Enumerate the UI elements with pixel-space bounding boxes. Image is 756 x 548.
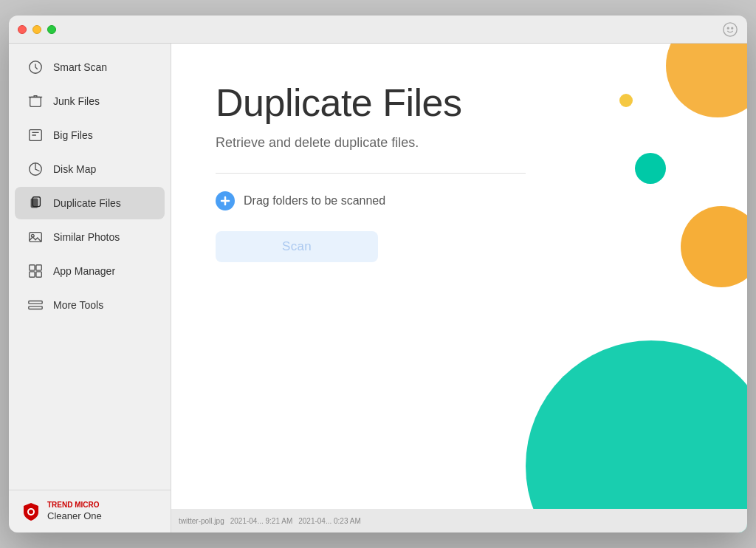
- main-inner: Duplicate Files Retrieve and delete dupl…: [171, 44, 747, 299]
- app-header-icon: [722, 21, 738, 38]
- sidebar-item-duplicate-files[interactable]: Duplicate Files: [15, 187, 165, 219]
- disk-map-icon: [27, 160, 44, 178]
- minimize-button[interactable]: [32, 25, 41, 34]
- sidebar-item-app-manager[interactable]: App Manager: [15, 255, 165, 287]
- scan-button[interactable]: Scan: [216, 231, 378, 262]
- sidebar-item-big-files[interactable]: Big Files: [15, 119, 165, 151]
- brand-logo: TREND MICRO Cleaner One: [21, 501, 102, 522]
- sidebar-item-disk-map[interactable]: Disk Map: [15, 153, 165, 185]
- taskbar-hint: twitter-poll.jpg 2021-04... 9:21 AM 2021…: [171, 509, 747, 532]
- page-subtitle: Retrieve and delete duplicate files.: [216, 135, 703, 151]
- sidebar-item-label: App Manager: [53, 265, 115, 277]
- page-title: Duplicate Files: [216, 81, 703, 125]
- add-folder-button[interactable]: [216, 191, 235, 210]
- sidebar-footer: TREND MICRO Cleaner One: [9, 490, 171, 532]
- sidebar-item-label: More Tools: [53, 299, 103, 311]
- sidebar-item-label: Duplicate Files: [53, 197, 121, 209]
- sidebar-item-label: Smart Scan: [53, 61, 107, 73]
- sidebar-item-more-tools[interactable]: More Tools: [15, 289, 165, 321]
- app-body: Smart Scan Junk Files Big Files: [9, 44, 747, 532]
- divider: [216, 173, 526, 174]
- close-button[interactable]: [18, 25, 27, 34]
- sidebar-item-similar-photos[interactable]: Similar Photos: [15, 221, 165, 253]
- svg-point-1: [727, 27, 729, 29]
- taskbar-item-date1: 2021-04... 9:21 AM: [230, 517, 293, 525]
- maximize-button[interactable]: [47, 25, 56, 34]
- trend-micro-logo-icon: [21, 501, 41, 522]
- app-window: Smart Scan Junk Files Big Files: [9, 16, 747, 532]
- app-manager-icon: [27, 262, 44, 280]
- svg-rect-14: [36, 272, 41, 277]
- sidebar: Smart Scan Junk Files Big Files: [9, 44, 171, 532]
- sidebar-item-junk-files[interactable]: Junk Files: [15, 85, 165, 117]
- svg-point-0: [724, 22, 737, 35]
- svg-rect-4: [30, 97, 41, 107]
- taskbar-item-date2: 2021-04... 0:23 AM: [298, 517, 361, 525]
- sidebar-item-label: Junk Files: [53, 95, 100, 107]
- svg-rect-12: [36, 265, 41, 270]
- brand-trend-micro: TREND MICRO: [47, 501, 102, 509]
- sidebar-item-label: Similar Photos: [53, 231, 120, 243]
- drag-area[interactable]: Drag folders to be scanned: [216, 191, 703, 210]
- svg-point-2: [732, 27, 733, 29]
- sidebar-nav: Smart Scan Junk Files Big Files: [9, 44, 171, 490]
- sidebar-item-smart-scan[interactable]: Smart Scan: [15, 51, 165, 83]
- main-content: Duplicate Files Retrieve and delete dupl…: [171, 44, 747, 532]
- svg-rect-16: [29, 306, 42, 309]
- svg-rect-11: [30, 265, 35, 270]
- title-bar: [9, 16, 747, 44]
- similar-photos-icon: [27, 228, 44, 246]
- big-files-icon: [27, 126, 44, 144]
- sidebar-item-label: Disk Map: [53, 163, 96, 175]
- duplicate-files-icon: [27, 194, 44, 212]
- sidebar-item-label: Big Files: [53, 129, 93, 141]
- more-tools-icon: [27, 296, 44, 314]
- deco-circle-teal-large: [526, 340, 747, 532]
- svg-rect-13: [30, 272, 35, 277]
- smart-scan-icon: [27, 58, 44, 76]
- svg-point-18: [29, 510, 33, 514]
- svg-rect-15: [29, 301, 42, 304]
- brand-app-name: Cleaner One: [47, 510, 102, 521]
- junk-files-icon: [27, 92, 44, 110]
- taskbar-item-filename: twitter-poll.jpg: [179, 517, 224, 525]
- brand-text-group: TREND MICRO Cleaner One: [47, 501, 102, 522]
- drag-label: Drag folders to be scanned: [244, 194, 385, 208]
